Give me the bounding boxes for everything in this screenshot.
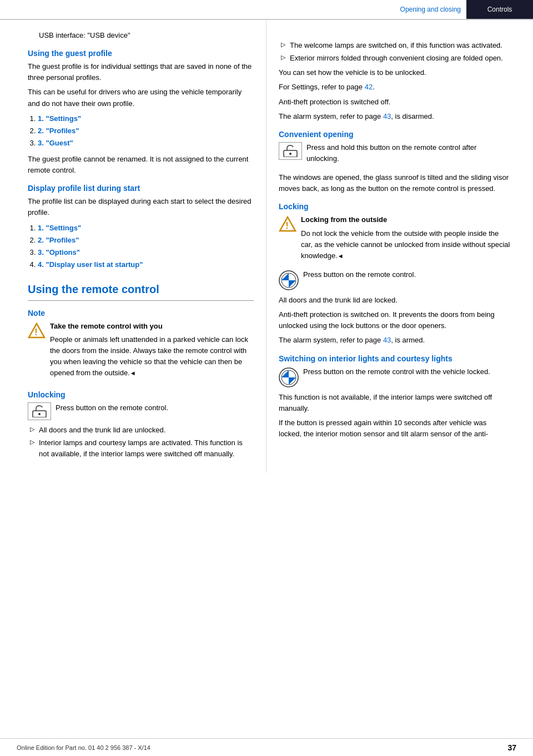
display-profile-heading: Display profile list during start — [28, 184, 254, 193]
footer-page: 37 — [507, 743, 516, 752]
display-step-4: 4. "Display user list at startup" — [38, 259, 254, 271]
unlock-icon-block: Press button on the remote control. — [28, 402, 254, 420]
unlocking-heading: Unlocking — [28, 390, 254, 399]
display-step-2: 2. "Profiles" — [38, 234, 254, 246]
header-bar: Opening and closing Controls — [0, 0, 533, 20]
guest-profile-para1: The guest profile is for individual sett… — [28, 61, 254, 83]
unlocking-bullets: All doors and the trunk lid are unlocked… — [30, 425, 254, 460]
interior-lights-bmw-block: Press button on the remote control with … — [279, 366, 511, 387]
interior-lights-para1: This function is not available, if the i… — [279, 392, 511, 414]
locking-para1: All doors and the trunk lid are locked. — [279, 295, 511, 306]
right-bullet-2: Exterior mirrors folded through convenie… — [281, 53, 511, 64]
guest-step-3: 3. "Guest" — [38, 137, 254, 149]
settings-para1: You can set how the vehicle is to be unl… — [279, 67, 511, 78]
display-profile-para1: The profile list can be displayed during… — [28, 196, 254, 218]
guest-step-1: 1. "Settings" — [38, 113, 254, 125]
note-heading: Note — [28, 309, 254, 317]
locking-alarm-para: The alarm system, refer to page 43, is a… — [279, 335, 511, 346]
locking-warning-block: ! Locking from the outside Do not lock t… — [279, 214, 511, 265]
svg-point-5 — [289, 153, 291, 155]
unlock-icon — [28, 402, 51, 420]
locking-bmw-block: BMW Press button on the remote control. — [279, 269, 511, 290]
guest-step-2: 2. "Profiles" — [38, 125, 254, 137]
display-profile-steps: 1. "Settings" 2. "Profiles" 3. "Options"… — [38, 222, 254, 271]
interior-lights-heading: Switching on interior lights and courtes… — [279, 354, 511, 363]
warning-text: Take the remote control with you — [50, 321, 254, 332]
convenient-icon-block: Press and hold this button on the remote… — [279, 142, 511, 168]
unlock-bullet-1: All doors and the trunk lid are unlocked… — [30, 425, 254, 436]
svg-text:!: ! — [34, 327, 37, 337]
locking-warning-para: Do not lock the vehicle from the outside… — [301, 228, 511, 261]
display-step-1: 1. "Settings" — [38, 222, 254, 234]
locking-warning-text: Locking from the outside — [301, 214, 511, 225]
header-section-controls: Controls — [466, 0, 533, 19]
right-bullet-1: The welcome lamps are switched on, if th… — [281, 40, 511, 51]
locking-warning-icon: ! — [279, 215, 296, 233]
usb-line: USB interface: "USB device" — [39, 30, 254, 41]
locking-heading: Locking — [279, 202, 511, 211]
divider — [28, 300, 254, 301]
guest-profile-para3: The guest profile cannot be renamed. It … — [28, 154, 254, 176]
footer-left: Online Edition for Part no. 01 40 2 956 … — [17, 744, 150, 751]
bmw-logo-icon: BMW — [279, 270, 299, 290]
guest-profile-para2: This can be useful for drivers who are u… — [28, 87, 254, 109]
convenient-icon — [279, 142, 302, 160]
convenient-icon-text: Press and hold this button on the remote… — [306, 142, 511, 164]
warning-para: People or animals left unattended in a p… — [50, 334, 254, 379]
guest-profile-steps: 1. "Settings" 2. "Profiles" 3. "Guest" — [38, 113, 254, 149]
right-column: The welcome lamps are switched on, if th… — [266, 20, 533, 473]
left-column: USB interface: "USB device" Using the gu… — [0, 20, 266, 473]
remote-control-heading: Using the remote control — [28, 283, 254, 296]
display-step-3: 3. "Options" — [38, 246, 254, 259]
locking-alarm-link[interactable]: 43 — [383, 336, 391, 344]
svg-point-3 — [38, 413, 41, 415]
unlock-bullet-2: Interior lamps and courtesy lamps are ac… — [30, 437, 254, 460]
footer: Online Edition for Part no. 01 40 2 956 … — [0, 738, 533, 756]
interior-lights-para2: If the button is pressed again within 10… — [279, 417, 511, 440]
alarm-para: The alarm system, refer to page 43, is d… — [279, 111, 511, 122]
interior-lights-bmw-text: Press button on the remote control with … — [303, 366, 490, 377]
note-block: ! Take the remote control with you Peopl… — [28, 321, 254, 382]
svg-text:!: ! — [285, 221, 288, 230]
guest-profile-heading: Using the guest profile — [28, 49, 254, 58]
main-content: USB interface: "USB device" Using the gu… — [0, 20, 533, 473]
interior-lights-bmw-icon — [279, 367, 299, 387]
anti-theft-para: Anti-theft protection is switched off. — [279, 97, 511, 108]
unlock-icon-text: Press button on the remote control. — [56, 402, 168, 414]
header-section-title: Opening and closing — [0, 6, 466, 13]
warning-icon: ! — [28, 322, 46, 340]
locking-para2: Anti-theft protection is switched on. It… — [279, 309, 511, 331]
alarm-page-link[interactable]: 43 — [383, 112, 391, 120]
settings-page-link[interactable]: 42 — [365, 83, 373, 91]
settings-para2: For Settings, refer to page 42. — [279, 82, 511, 93]
locking-bmw-text: Press button on the remote control. — [303, 269, 416, 280]
convenient-opening-heading: Convenient opening — [279, 130, 511, 139]
convenient-para: The windows are opened, the glass sunroo… — [279, 172, 511, 194]
right-top-bullets: The welcome lamps are switched on, if th… — [281, 40, 511, 64]
